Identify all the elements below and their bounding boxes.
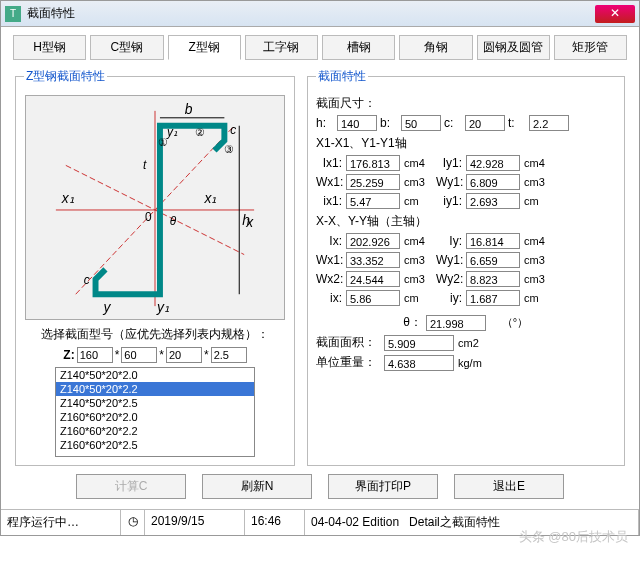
Wy1b-u: cm3 bbox=[524, 254, 552, 266]
Wy1-u: cm3 bbox=[524, 176, 552, 188]
window-title: 截面特性 bbox=[27, 5, 595, 22]
list-item[interactable]: Z160*60*20*2.5 bbox=[56, 438, 254, 452]
tab-3[interactable]: 工字钢 bbox=[245, 35, 318, 60]
z-input-1[interactable] bbox=[77, 347, 113, 363]
list-item[interactable]: Z140*50*20*2.0 bbox=[56, 368, 254, 382]
list-item[interactable]: Z140*50*20*2.2 bbox=[56, 382, 254, 396]
list-item[interactable]: Z160*60*20*2.0 bbox=[56, 410, 254, 424]
Iy1-u: cm4 bbox=[524, 157, 552, 169]
z-sep-1: * bbox=[115, 348, 120, 362]
Wx1-val: 25.259 bbox=[346, 174, 400, 190]
ix1-lab: ix1: bbox=[316, 194, 342, 208]
z-input-3[interactable] bbox=[166, 347, 202, 363]
list-item[interactable]: Z140*50*20*2.5 bbox=[56, 396, 254, 410]
svg-text:x₁: x₁ bbox=[61, 190, 75, 206]
z-input-2[interactable] bbox=[121, 347, 157, 363]
svg-text:y: y bbox=[102, 299, 111, 315]
area-val: 5.909 bbox=[384, 335, 454, 351]
exit-button[interactable]: 退出E bbox=[454, 474, 564, 499]
z-input-4[interactable] bbox=[211, 347, 247, 363]
status-running: 程序运行中… bbox=[1, 510, 121, 535]
Iy1-val: 42.928 bbox=[466, 155, 520, 171]
ix1-val: 5.47 bbox=[346, 193, 400, 209]
z-sep-2: * bbox=[159, 348, 164, 362]
tab-4[interactable]: 槽钢 bbox=[322, 35, 395, 60]
ix-u: cm bbox=[404, 292, 432, 304]
Wx1b-val: 33.352 bbox=[346, 252, 400, 268]
Wy1b-val: 6.659 bbox=[466, 252, 520, 268]
theta-lab: θ： bbox=[392, 314, 422, 331]
Ix-val: 202.926 bbox=[346, 233, 400, 249]
c-label: c: bbox=[444, 116, 462, 130]
z-prefix: Z: bbox=[63, 348, 74, 362]
left-fieldset: Z型钢截面特性 b y₁ ② ③ ① c t bbox=[15, 68, 295, 466]
clock-icon: ◷ bbox=[121, 510, 145, 535]
Wy1-lab: Wy1: bbox=[436, 175, 462, 189]
tab-1[interactable]: C型钢 bbox=[90, 35, 163, 60]
iy1-u: cm bbox=[524, 195, 552, 207]
svg-text:b: b bbox=[185, 101, 193, 117]
Ix1-u: cm4 bbox=[404, 157, 432, 169]
Wy1b-lab: Wy1: bbox=[436, 253, 462, 267]
refresh-button[interactable]: 刷新N bbox=[202, 474, 312, 499]
c-val: 20 bbox=[465, 115, 505, 131]
z-sep-3: * bbox=[204, 348, 209, 362]
tab-2[interactable]: Z型钢 bbox=[168, 35, 241, 60]
Wx2-u: cm3 bbox=[404, 273, 432, 285]
Iy-lab: Iy: bbox=[436, 234, 462, 248]
iy1-lab: iy1: bbox=[436, 194, 462, 208]
app-icon: T bbox=[5, 6, 21, 22]
list-item[interactable]: Z160*60*20*2.2 bbox=[56, 424, 254, 438]
axis1-title: X1-X1、Y1-Y1轴 bbox=[316, 135, 616, 152]
Ix-lab: Ix: bbox=[316, 234, 342, 248]
theta-u: （°） bbox=[490, 315, 540, 330]
z-input-row: Z: * * * bbox=[24, 347, 286, 363]
ix-val: 5.86 bbox=[346, 290, 400, 306]
calc-button[interactable]: 计算C bbox=[76, 474, 186, 499]
t-label: t: bbox=[508, 116, 526, 130]
status-date: 2019/9/15 bbox=[145, 510, 245, 535]
status-edition: 04-04-02 Edition bbox=[311, 515, 399, 529]
tab-5[interactable]: 角钢 bbox=[399, 35, 472, 60]
print-button[interactable]: 界面打印P bbox=[328, 474, 438, 499]
Iy-val: 16.814 bbox=[466, 233, 520, 249]
iy1-val: 2.693 bbox=[466, 193, 520, 209]
Wx1-lab: Wx1: bbox=[316, 175, 342, 189]
svg-text:0: 0 bbox=[145, 210, 152, 224]
section-listbox[interactable]: Z140*50*20*2.0Z140*50*20*2.2Z140*50*20*2… bbox=[55, 367, 255, 457]
section-diagram: b y₁ ② ③ ① c t x₁ x₁ x 0 θ h c y bbox=[25, 95, 285, 320]
axis2-title: X-X、Y-Y轴（主轴） bbox=[316, 213, 616, 230]
Wx2-val: 24.544 bbox=[346, 271, 400, 287]
area-lab: 截面面积： bbox=[316, 334, 380, 351]
tab-6[interactable]: 圆钢及圆管 bbox=[477, 35, 550, 60]
tab-0[interactable]: H型钢 bbox=[13, 35, 86, 60]
Wy2-u: cm3 bbox=[524, 273, 552, 285]
ix1-u: cm bbox=[404, 195, 432, 207]
iy-lab: iy: bbox=[436, 291, 462, 305]
status-bar: 程序运行中… ◷ 2019/9/15 16:46 04-04-02 Editio… bbox=[1, 509, 639, 535]
t-val: 2.2 bbox=[529, 115, 569, 131]
Iy1-lab: Iy1: bbox=[436, 156, 462, 170]
status-detail: Detail之截面特性 bbox=[409, 515, 500, 529]
b-label: b: bbox=[380, 116, 398, 130]
ix-lab: ix: bbox=[316, 291, 342, 305]
Wx2-lab: Wx2: bbox=[316, 272, 342, 286]
svg-text:t: t bbox=[143, 158, 147, 172]
right-legend: 截面特性 bbox=[316, 68, 368, 85]
Wx1b-u: cm3 bbox=[404, 254, 432, 266]
iy-u: cm bbox=[524, 292, 552, 304]
close-button[interactable]: ✕ bbox=[595, 5, 635, 23]
Wy2-val: 8.823 bbox=[466, 271, 520, 287]
h-val: 140 bbox=[337, 115, 377, 131]
Wx1b-lab: Wx1: bbox=[316, 253, 342, 267]
dim-title: 截面尺寸： bbox=[316, 95, 616, 112]
weight-u: kg/m bbox=[458, 357, 498, 369]
iy-val: 1.687 bbox=[466, 290, 520, 306]
svg-text:x₁: x₁ bbox=[204, 190, 218, 206]
svg-text:θ: θ bbox=[170, 214, 177, 228]
Ix-u: cm4 bbox=[404, 235, 432, 247]
weight-lab: 单位重量： bbox=[316, 354, 380, 371]
tab-7[interactable]: 矩形管 bbox=[554, 35, 627, 60]
Ix1-lab: Ix1: bbox=[316, 156, 342, 170]
tab-strip: H型钢C型钢Z型钢工字钢槽钢角钢圆钢及圆管矩形管 bbox=[13, 35, 627, 60]
